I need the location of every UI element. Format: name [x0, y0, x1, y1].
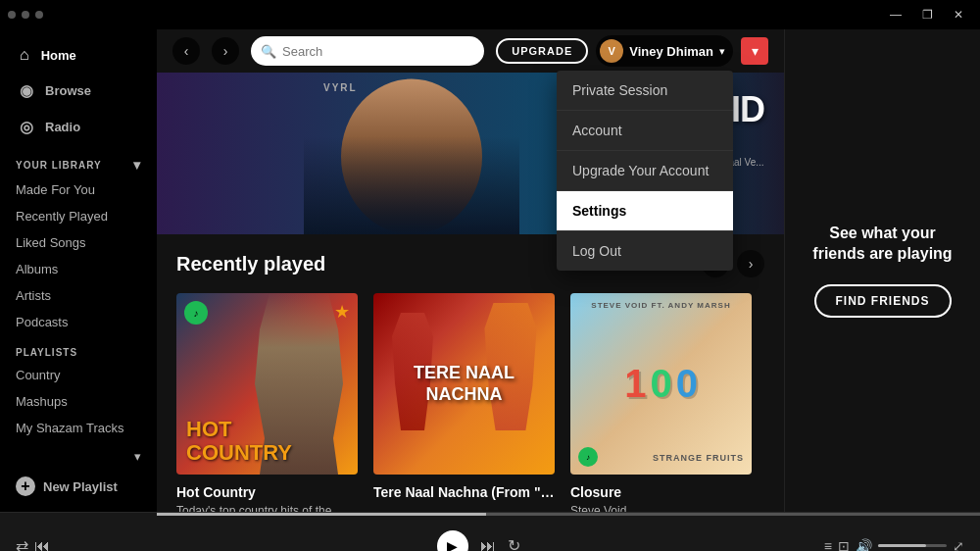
- title-bar-dot-3[interactable]: [35, 11, 43, 19]
- spotify-badge-hot-country: ♪: [184, 301, 208, 325]
- section-title: Recently played: [176, 253, 325, 276]
- hot-country-artwork: ♪ ★ HOTCOUNTRY: [176, 293, 358, 475]
- prev-button[interactable]: ⏮: [34, 537, 50, 552]
- tere-naal-artwork: TERE NAALNACHNA: [373, 293, 555, 475]
- card-tere-naal-image: TERE NAALNACHNA: [373, 293, 555, 475]
- title-bar-left: [8, 11, 43, 19]
- sidebar-item-albums[interactable]: Albums: [0, 256, 157, 282]
- recently-played-section: Recently played ‹ › ♪ ★: [157, 234, 784, 512]
- new-playlist-button[interactable]: + New Playlist: [0, 469, 157, 504]
- closure-top-label: STEVE VOID FT. ANDY MARSH: [570, 301, 752, 310]
- dropdown-arrow-button[interactable]: ▾: [741, 37, 768, 65]
- main-wrapper: ‹ › 🔍 UPGRADE V Viney Dhiman ▾: [157, 29, 980, 512]
- dropdown-account[interactable]: Account: [557, 111, 733, 151]
- right-panel: See what your friends are playing FIND F…: [784, 29, 980, 512]
- card-hot-country[interactable]: ♪ ★ HOTCOUNTRY Hot Country Today's top c…: [176, 293, 358, 512]
- card-hot-country-title: Hot Country: [176, 484, 358, 500]
- playlists-section-title: PLAYLISTS: [0, 335, 157, 362]
- close-button[interactable]: ✕: [945, 5, 972, 25]
- dropdown-private-session[interactable]: Private Session: [557, 71, 733, 111]
- user-dropdown-menu: Private Session Account Upgrade Your Acc…: [557, 71, 733, 271]
- sidebar-item-liked-songs[interactable]: Liked Songs: [0, 229, 157, 256]
- browse-icon: ◉: [20, 81, 33, 100]
- library-collapse-arrow[interactable]: ▾: [133, 157, 141, 173]
- cards-row: ♪ ★ HOTCOUNTRY Hot Country Today's top c…: [176, 293, 764, 512]
- right-panel-title: See what your friends are playing: [805, 224, 960, 265]
- title-bar-dot-1[interactable]: [8, 11, 16, 19]
- closure-bottom-label: STRANGE FRUITS: [653, 453, 744, 463]
- nav-forward-button[interactable]: ›: [212, 37, 239, 65]
- track-progress-fill: [157, 513, 486, 516]
- sidebar-item-browse-label: Browse: [45, 83, 91, 98]
- user-menu-button[interactable]: V Viney Dhiman ▾: [596, 35, 733, 67]
- card-tere-naal-title: Tere Naal Nachna (From "Nawabzaade"): [373, 484, 555, 500]
- play-button[interactable]: ▶: [437, 530, 468, 552]
- minimize-button[interactable]: —: [882, 5, 909, 25]
- search-bar[interactable]: 🔍: [251, 36, 484, 66]
- next-button[interactable]: ⏭: [480, 537, 496, 552]
- sidebar-scroll-down[interactable]: ▾: [134, 449, 141, 464]
- hero-artist-image: [304, 73, 519, 234]
- playback-controls: ▶ ⏭ ↻: [145, 530, 812, 552]
- maximize-button[interactable]: ❐: [913, 5, 941, 25]
- shuffle-button[interactable]: ⇄: [16, 536, 28, 551]
- app-container: ⌂ Home ◉ Browse ◎ Radio YOUR LIBRARY ▾ M…: [0, 29, 980, 512]
- closure-num-1: 1: [624, 362, 646, 406]
- sidebar-item-country[interactable]: Country: [0, 362, 157, 388]
- spotify-badge-closure: ♪: [578, 447, 598, 467]
- sidebar-item-podcasts[interactable]: Podcasts: [0, 309, 157, 335]
- closure-num-2: 0: [650, 362, 671, 406]
- user-name: Viney Dhiman: [629, 44, 713, 59]
- title-bar-controls: — ❐ ✕: [882, 5, 972, 25]
- title-bar-dot-2[interactable]: [22, 11, 29, 19]
- new-playlist-icon: +: [16, 476, 35, 496]
- search-icon: 🔍: [261, 44, 276, 59]
- content-area: ‹ › 🔍 UPGRADE V Viney Dhiman ▾: [157, 29, 784, 512]
- track-progress-track[interactable]: [157, 513, 980, 516]
- sidebar-item-browse[interactable]: ◉ Browse: [4, 74, 153, 108]
- volume-slider[interactable]: [878, 544, 947, 547]
- card-tere-naal[interactable]: TERE NAALNACHNA Tere Naal Nachna (From "…: [373, 293, 555, 512]
- sidebar-item-radio[interactable]: ◎ Radio: [4, 110, 153, 144]
- top-nav: ‹ › 🔍 UPGRADE V Viney Dhiman ▾: [157, 29, 784, 73]
- devices-button[interactable]: ⊡: [838, 538, 850, 552]
- library-section-title: YOUR LIBRARY ▾: [0, 145, 157, 176]
- dropdown-upgrade-account[interactable]: Upgrade Your Account: [557, 151, 733, 191]
- playback-right-area: ≡ ⊡ 🔊 ⤢: [824, 538, 964, 552]
- playback-bar: ⇄ ⏮ ▶ ⏭ ↻ ≡ ⊡ 🔊 ⤢: [0, 512, 980, 551]
- tere-naal-text: TERE NAALNACHNA: [414, 363, 514, 405]
- fullscreen-button[interactable]: ⤢: [953, 538, 964, 552]
- find-friends-button[interactable]: FIND FRIENDS: [814, 284, 952, 318]
- sidebar-item-shazam[interactable]: My Shazam Tracks: [0, 415, 157, 441]
- sidebar-item-mashups[interactable]: Mashups: [0, 388, 157, 415]
- volume-slider-fill: [878, 544, 926, 547]
- sidebar-item-home[interactable]: ⌂ Home: [4, 38, 153, 72]
- card-hot-country-image: ♪ ★ HOTCOUNTRY: [176, 293, 358, 475]
- user-area-wrapper: V Viney Dhiman ▾ Private Session Account…: [596, 35, 733, 67]
- search-input[interactable]: [282, 44, 474, 59]
- card-closure-subtitle: Steve Void: [570, 504, 752, 512]
- nav-back-button[interactable]: ‹: [172, 37, 200, 65]
- new-playlist-label: New Playlist: [43, 479, 118, 494]
- card-hot-country-subtitle: Today's top country hits of the: [176, 504, 358, 512]
- dropdown-settings[interactable]: Settings: [557, 191, 733, 231]
- card-closure-title: Closure: [570, 484, 752, 500]
- volume-icon[interactable]: 🔊: [856, 538, 872, 552]
- card-closure[interactable]: STEVE VOID FT. ANDY MARSH 1 0 0 STRANGE …: [570, 293, 752, 512]
- upgrade-button[interactable]: UPGRADE: [496, 38, 588, 64]
- sidebar-item-recently-played[interactable]: Recently Played: [0, 203, 157, 229]
- repeat-button[interactable]: ↻: [508, 536, 520, 551]
- user-avatar: V: [600, 39, 623, 63]
- sidebar-item-artists[interactable]: Artists: [0, 282, 157, 309]
- sidebar-item-home-label: Home: [41, 48, 76, 63]
- vyrl-logo: VYRL: [323, 82, 358, 93]
- queue-button[interactable]: ≡: [824, 538, 832, 552]
- home-icon: ⌂: [20, 46, 29, 64]
- sidebar: ⌂ Home ◉ Browse ◎ Radio YOUR LIBRARY ▾ M…: [0, 29, 157, 512]
- closure-artwork: STEVE VOID FT. ANDY MARSH 1 0 0 STRANGE …: [570, 293, 752, 475]
- radio-icon: ◎: [20, 118, 33, 136]
- sidebar-item-made-for-you[interactable]: Made For You: [0, 176, 157, 203]
- dropdown-logout[interactable]: Log Out: [557, 231, 733, 271]
- section-next-button[interactable]: ›: [737, 250, 764, 277]
- closure-numbers: 1 0 0: [624, 362, 698, 406]
